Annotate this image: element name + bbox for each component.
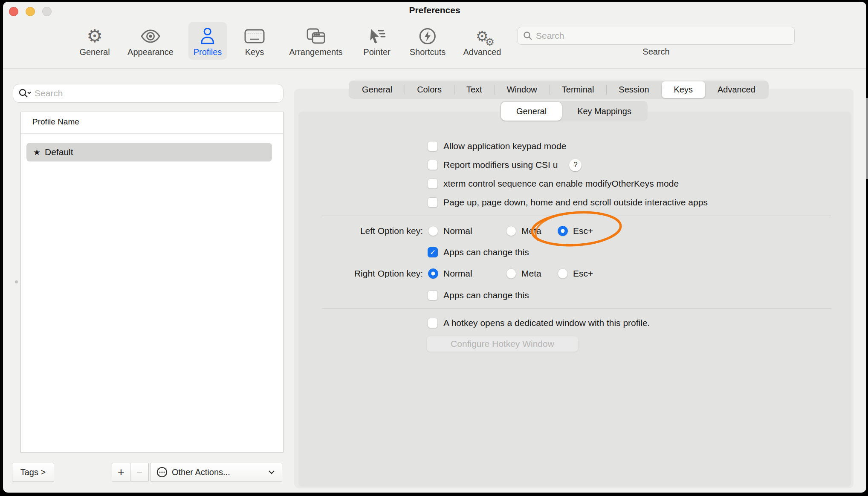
toolbar-item-appearance[interactable]: Appearance (122, 22, 179, 60)
radio-label: Normal (443, 268, 472, 279)
plus-icon: + (118, 466, 124, 479)
profile-search-placeholder: Search (35, 88, 63, 98)
radio-right-meta[interactable]: Meta (506, 267, 541, 280)
configure-hotkey-label: Configure Hotkey Window (451, 339, 554, 349)
windows-icon (306, 26, 326, 46)
tags-button-label: Tags > (20, 467, 46, 477)
toolbar-item-label: Profiles (194, 47, 222, 57)
radio-label: Esc+ (573, 268, 593, 279)
toolbar-item-label: Keys (245, 47, 264, 57)
toolbar-item-arrangements[interactable]: Arrangements (284, 22, 348, 60)
radio-icon[interactable] (428, 226, 438, 236)
tab-advanced[interactable]: Advanced (705, 81, 768, 99)
tab-general[interactable]: General (350, 81, 405, 99)
left-option-row: Left Option key: Normal Meta Esc+ (298, 225, 851, 237)
keyboard-icon (244, 26, 265, 46)
configure-hotkey-window-button[interactable]: Configure Hotkey Window (426, 336, 579, 352)
window-title: Preferences (3, 5, 866, 15)
tab-session[interactable]: Session (606, 81, 661, 99)
gears-icon: ⚙⚙ (476, 26, 489, 46)
right-option-label: Right Option key: (298, 267, 423, 280)
toolbar-divider (3, 68, 866, 69)
toolbar-item-label: Shortcuts (410, 47, 446, 57)
close-button[interactable] (9, 7, 18, 16)
gear-icon: ⚙ (87, 26, 103, 46)
modify-other-keys-checkbox[interactable] (428, 179, 438, 189)
help-button[interactable]: ? (569, 159, 582, 171)
toolbar-item-label: Pointer (363, 47, 390, 57)
toolbar-item-profiles[interactable]: Profiles (188, 22, 227, 60)
list-header-divider (21, 133, 283, 134)
radio-icon[interactable] (506, 226, 516, 236)
other-actions-dropdown[interactable]: Other Actions... (150, 463, 282, 482)
left-apps-change-checkbox[interactable]: ✓ (428, 247, 438, 257)
keys-subtab-bar: General Key Mappings (500, 101, 648, 121)
tags-button[interactable]: Tags > (12, 463, 54, 482)
toolbar-item-pointer[interactable]: Pointer (358, 22, 395, 60)
profiles-tab-bar: General Colors Text Window Terminal Sess… (349, 81, 769, 99)
tab-window[interactable]: Window (495, 81, 550, 99)
toolbar-item-general[interactable]: ⚙ General (74, 22, 115, 60)
allow-keypad-checkbox[interactable] (428, 141, 438, 151)
profile-search-field[interactable]: Search (13, 84, 284, 103)
toolbar-item-advanced[interactable]: ⚙⚙ Advanced (458, 22, 506, 60)
checkbox-label: Page up, page down, home and end scroll … (443, 197, 708, 208)
radio-icon[interactable] (428, 268, 438, 279)
checkbox-row: Page up, page down, home and end scroll … (428, 196, 708, 209)
radio-right-normal[interactable]: Normal (428, 267, 472, 280)
zoom-button[interactable] (42, 7, 52, 16)
toolbar-item-label: Appearance (127, 47, 174, 57)
tab-text[interactable]: Text (454, 81, 495, 99)
radio-icon[interactable] (558, 268, 568, 279)
person-icon (200, 26, 215, 46)
tab-colors[interactable]: Colors (405, 81, 454, 99)
radio-right-esc[interactable]: Esc+ (558, 267, 593, 280)
radio-icon[interactable] (558, 226, 568, 236)
toolbar-item-label: Arrangements (289, 47, 343, 57)
profiles-tab-panel: Allow application keypad mode Report mod… (294, 89, 854, 488)
right-option-row: Right Option key: Normal Meta Esc+ (298, 267, 851, 280)
remove-profile-button[interactable]: − (130, 463, 149, 482)
add-profile-button[interactable]: + (112, 463, 130, 482)
bolt-circle-icon (419, 26, 437, 46)
hotkey-window-checkbox[interactable] (428, 318, 438, 328)
checkbox-label: A hotkey opens a dedicated window with t… (443, 318, 650, 328)
eye-icon (140, 26, 161, 46)
profile-list-header: Profile Name (32, 117, 79, 127)
subtab-general[interactable]: General (501, 102, 562, 121)
keys-tab-panel: Allow application keypad mode Report mod… (298, 112, 851, 487)
checkmark-icon: ✓ (430, 248, 436, 257)
toolbar-item-label: General (79, 47, 110, 57)
split-handle-dot (15, 280, 18, 283)
subtab-key-mappings[interactable]: Key Mappings (562, 101, 647, 121)
right-apps-change-checkbox[interactable] (428, 290, 438, 300)
toolbar-search-label: Search (518, 47, 795, 57)
profile-row-default[interactable]: ★ Default (26, 143, 272, 161)
preferences-window: Preferences ⚙ General Appearance Profile… (3, 2, 866, 493)
keys-general-content: Allow application keypad mode Report mod… (298, 112, 851, 487)
page-scroll-checkbox[interactable] (428, 197, 438, 208)
toolbar-item-label: Advanced (463, 47, 501, 57)
radio-left-meta[interactable]: Meta (506, 225, 541, 237)
section-divider (322, 216, 831, 216)
background-window-artifact (866, 98, 868, 179)
toolbar-item-shortcuts[interactable]: Shortcuts (405, 22, 451, 60)
radio-left-esc[interactable]: Esc+ (558, 225, 593, 237)
section-divider (322, 309, 831, 309)
star-icon: ★ (33, 147, 41, 157)
minimize-button[interactable] (26, 7, 35, 16)
search-icon (523, 31, 532, 40)
checkbox-label: Allow application keypad mode (443, 141, 566, 151)
tab-terminal[interactable]: Terminal (550, 81, 607, 99)
checkbox-row: Allow application keypad mode (428, 140, 566, 153)
checkbox-row: Apps can change this (428, 289, 529, 302)
radio-label: Meta (521, 226, 541, 236)
question-mark-icon: ? (573, 161, 577, 169)
toolbar-search-field[interactable]: Search (518, 27, 795, 45)
toolbar-item-keys[interactable]: Keys (239, 22, 270, 60)
tab-keys[interactable]: Keys (662, 81, 705, 98)
radio-left-normal[interactable]: Normal (428, 225, 472, 237)
radio-icon[interactable] (506, 268, 516, 279)
csi-u-checkbox[interactable] (428, 160, 438, 170)
titlebar: Preferences (3, 2, 866, 20)
